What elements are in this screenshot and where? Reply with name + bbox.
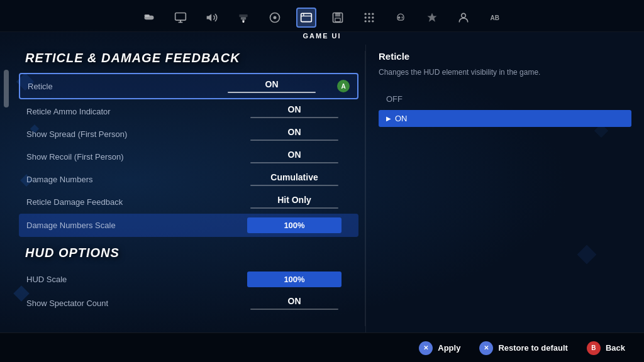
btn-a-reticle: A [337,80,350,92]
svg-rect-17 [335,18,340,22]
apply-action[interactable]: ✕ Apply [419,341,460,355]
hud-scale-bar: 100% [247,272,341,287]
right-panel-title: Reticle [379,51,631,62]
svg-point-32 [462,13,466,18]
svg-marker-31 [428,13,437,22]
section-title-reticle: RETICLE & DAMAGE FEEDBACK [25,51,358,65]
svg-marker-5 [207,14,212,21]
setting-row-reticle-ammo[interactable]: Reticle Ammo Indicator ON [19,101,358,122]
damage-numbers-scale-label: Damage Numbers Scale [26,221,116,230]
reticle-damage-feedback-value-wrap: Hit Only [238,195,351,209]
tab-save[interactable] [328,8,348,28]
show-recoil-label: Show Recoil (First Person) [26,152,124,162]
restore-label: Restore to default [498,343,568,353]
bottom-bar: ✕ Apply ✕ Restore to default B Back [0,332,644,362]
reticle-damage-feedback-label: Reticle Damage Feedback [26,197,123,207]
show-spectator-value: ON [288,296,301,306]
svg-text:AB: AB [491,14,499,21]
setting-row-damage-numbers[interactable]: Damage Numbers Cumulative [19,168,358,190]
back-button-icon: B [587,341,601,355]
reticle-damage-feedback-underline [250,207,338,209]
reticle-ammo-label: Reticle Ammo Indicator [26,107,111,116]
reticle-value: ON [265,79,279,89]
svg-point-11 [274,16,277,19]
svg-rect-7 [241,17,246,19]
back-action[interactable]: B Back [587,341,625,355]
tab-grid[interactable] [359,8,379,28]
show-spread-underline [250,140,338,141]
show-spectator-underline [250,309,338,310]
show-spectator-value-wrap: ON [238,296,351,310]
tab-account[interactable] [453,8,474,28]
option-off[interactable]: OFF [379,90,631,107]
apply-button-icon: ✕ [419,341,433,355]
svg-rect-8 [239,14,247,17]
svg-point-22 [368,16,370,18]
setting-row-hud-scale[interactable]: HUD Scale 100% [19,268,358,291]
svg-rect-12 [301,13,312,21]
show-spread-label: Show Spread (First Person) [26,129,127,139]
reticle-ammo-underline [250,117,338,118]
damage-numbers-underline [250,185,338,186]
svg-point-21 [365,16,367,18]
restore-action[interactable]: ✕ Restore to default [479,341,568,355]
section-title-hud: HUD OPTIONS [25,246,358,260]
active-tab-label: GAME UI [0,32,644,45]
svg-point-19 [368,13,370,15]
damage-numbers-scale-bar: 100% [247,217,341,233]
damage-numbers-label: Damage Numbers [26,175,93,184]
main-layout: RETICLE & DAMAGE FEEDBACK Reticle ON A R… [0,45,644,332]
tab-special[interactable] [422,8,442,28]
setting-row-damage-numbers-scale[interactable]: Damage Numbers Scale 100% [19,214,358,237]
settings-panel: RETICLE & DAMAGE FEEDBACK Reticle ON A R… [13,45,365,332]
setting-row-reticle-damage-feedback[interactable]: Reticle Damage Feedback Hit Only [19,191,358,212]
svg-rect-2 [175,13,186,21]
tab-lb[interactable] [139,8,159,28]
svg-rect-1 [145,14,150,16]
svg-point-24 [365,20,367,22]
svg-point-23 [372,16,374,18]
svg-point-26 [372,20,374,22]
svg-point-18 [365,13,367,15]
tab-audio[interactable] [202,8,222,28]
show-spread-value-wrap: ON [238,127,351,141]
show-recoil-value-wrap: ON [238,150,351,163]
hud-scale-label: HUD Scale [26,275,67,284]
setting-row-show-spread[interactable]: Show Spread (First Person) ON [19,123,358,145]
tab-ab[interactable]: AB [485,8,505,28]
setting-row-show-spectator[interactable]: Show Spectator Count ON [19,292,358,314]
show-recoil-underline [250,162,338,163]
svg-point-25 [368,20,370,22]
tab-display[interactable] [170,8,191,28]
tab-controls[interactable] [265,8,285,28]
reticle-underline [228,92,316,93]
damage-numbers-value: Cumulative [270,172,318,182]
back-label: Back [606,343,625,353]
damage-numbers-value-wrap: Cumulative [238,172,351,186]
damage-numbers-scale-bar-container: 100% [238,217,351,233]
svg-point-30 [402,18,403,19]
restore-button-icon: ✕ [479,341,493,355]
show-spectator-label: Show Spectator Count [26,299,108,308]
right-panel: Reticle Changes the HUD element visibili… [365,45,644,332]
reticle-value-wrap: ON [215,79,328,93]
show-spread-value: ON [288,127,301,137]
reticle-damage-feedback-value: Hit Only [277,195,311,205]
svg-point-20 [372,13,374,15]
tab-gamepad[interactable] [391,8,411,28]
top-nav: AB [0,0,644,32]
setting-row-reticle[interactable]: Reticle ON A [19,73,358,99]
tab-network[interactable] [233,8,253,28]
svg-rect-16 [335,13,340,17]
apply-label: Apply [438,343,460,353]
setting-row-show-recoil[interactable]: Show Recoil (First Person) ON [19,146,358,167]
reticle-ammo-value: ON [288,104,301,114]
show-recoil-value: ON [288,150,301,160]
svg-point-9 [243,21,245,22]
right-panel-description: Changes the HUD element visibility in th… [379,67,631,78]
tab-gameui[interactable] [296,8,316,28]
option-on[interactable]: ON [379,110,631,127]
left-scroll-thumb [4,70,9,107]
svg-point-29 [402,16,403,18]
option-list: OFF ON [379,90,631,127]
